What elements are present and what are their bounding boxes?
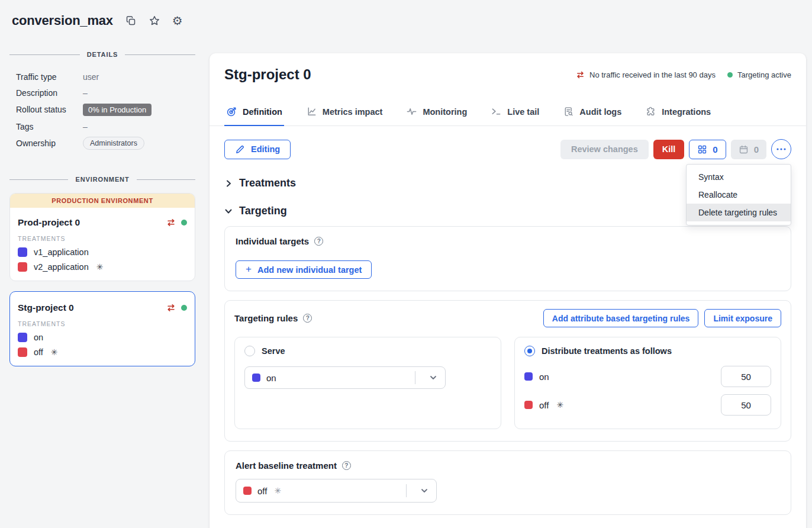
help-icon[interactable]: ? bbox=[342, 461, 351, 470]
options-menu: Syntax Reallocate Delete targeting rules bbox=[686, 164, 791, 226]
individual-targets-title: Individual targets bbox=[236, 236, 309, 246]
environment-name: Stg-project 0 bbox=[18, 302, 166, 313]
treatment-color-chip bbox=[18, 247, 27, 257]
detail-label: Description bbox=[16, 88, 83, 98]
distribute-percentage-input-off[interactable] bbox=[721, 394, 771, 416]
help-icon[interactable]: ? bbox=[303, 314, 312, 323]
serve-radio[interactable] bbox=[244, 346, 255, 356]
kill-button[interactable]: Kill bbox=[653, 140, 685, 159]
calendar-icon bbox=[739, 144, 749, 154]
distribute-row-on: on bbox=[524, 366, 771, 387]
chevron-right-icon bbox=[224, 179, 233, 188]
treatment-color-chip bbox=[524, 401, 533, 409]
details-rows: Traffic type user Description – Rollout … bbox=[9, 69, 195, 152]
grid-icon bbox=[697, 144, 707, 154]
targeting-rules-title: Targeting rules bbox=[234, 313, 298, 323]
schedule-count-button[interactable]: 0 bbox=[731, 140, 766, 159]
line-chart-icon bbox=[306, 106, 317, 117]
detail-label: Tags bbox=[16, 122, 83, 131]
app-header: conversion_max ⚙ bbox=[12, 13, 183, 28]
section-targeting[interactable]: Targeting bbox=[224, 205, 287, 217]
distribute-row-off: off ✳ bbox=[524, 394, 771, 416]
tab-audit-logs[interactable]: Audit logs bbox=[561, 101, 623, 126]
treatments-label: TREATMENTS bbox=[18, 235, 187, 242]
main-panel: Stg-project 0 No traffic received in the… bbox=[210, 53, 806, 528]
targeting-status: Targeting active bbox=[727, 70, 791, 79]
plus-icon: + bbox=[246, 263, 252, 275]
more-options-button[interactable] bbox=[771, 139, 791, 159]
tab-live-tail[interactable]: Live tail bbox=[489, 101, 541, 126]
treatment-color-chip bbox=[18, 333, 27, 342]
environment-active-dot bbox=[181, 220, 187, 226]
menu-item-syntax[interactable]: Syntax bbox=[687, 168, 791, 186]
help-icon[interactable]: ? bbox=[314, 237, 323, 246]
tab-integrations[interactable]: Integrations bbox=[643, 101, 713, 126]
environment-heading: ENVIRONMENT bbox=[9, 176, 195, 183]
detail-value: – bbox=[83, 122, 88, 131]
ownership-pill[interactable]: Administrators bbox=[83, 137, 144, 150]
swap-arrows-icon bbox=[166, 218, 176, 227]
treatment-color-chip bbox=[524, 372, 533, 381]
serve-treatment-select[interactable]: on bbox=[244, 366, 446, 389]
tab-definition[interactable]: Definition bbox=[224, 101, 284, 126]
treatment-color-chip bbox=[243, 487, 252, 495]
gear-icon[interactable]: ⚙ bbox=[172, 15, 183, 27]
treatments-label: TREATMENTS bbox=[18, 320, 187, 327]
detail-row-description: Description – bbox=[16, 85, 195, 101]
section-treatments[interactable]: Treatments bbox=[224, 177, 296, 189]
environment-name: Prod-project 0 bbox=[18, 217, 166, 228]
copy-icon[interactable] bbox=[125, 15, 137, 27]
treatment-name: on bbox=[34, 333, 43, 342]
distribute-radio[interactable] bbox=[524, 346, 535, 356]
chevron-down-icon bbox=[421, 373, 445, 382]
treatment-name: v2_application bbox=[34, 262, 89, 272]
targeting-rules-card: Targeting rules ? Add attribute based ta… bbox=[224, 300, 791, 442]
target-icon bbox=[226, 106, 237, 117]
treatment-color-chip bbox=[18, 262, 27, 272]
detail-value: – bbox=[83, 88, 88, 98]
swap-arrows-icon bbox=[576, 70, 585, 79]
production-environment-banner: PRODUCTION ENVIRONMENT bbox=[10, 194, 195, 208]
star-icon[interactable] bbox=[149, 15, 160, 27]
individual-targets-card: Individual targets ? + Add new individua… bbox=[224, 226, 791, 291]
menu-item-reallocate[interactable]: Reallocate bbox=[687, 186, 791, 204]
ellipsis-icon bbox=[776, 147, 787, 151]
menu-item-delete-targeting-rules[interactable]: Delete targeting rules bbox=[687, 204, 791, 221]
add-individual-target-button[interactable]: + Add new individual target bbox=[236, 260, 372, 279]
treatment-row: off ✳ bbox=[18, 347, 187, 357]
environment-card-stg[interactable]: Stg-project 0 TREATMENTS on off ✳ bbox=[9, 291, 195, 366]
distribute-panel: Distribute treatments as follows on off … bbox=[514, 337, 781, 429]
puzzle-icon bbox=[645, 106, 656, 117]
editing-button[interactable]: Editing bbox=[224, 140, 291, 159]
serve-label: Serve bbox=[262, 346, 285, 356]
review-changes-button[interactable]: Review changes bbox=[560, 140, 649, 159]
treatment-name: off bbox=[539, 400, 549, 410]
alert-baseline-value: off bbox=[257, 486, 267, 496]
flag-title: conversion_max bbox=[12, 13, 113, 28]
treatment-row: v1_application bbox=[18, 247, 187, 257]
distribute-label: Distribute treatments as follows bbox=[542, 346, 672, 356]
limit-exposure-button[interactable]: Limit exposure bbox=[704, 309, 781, 327]
rules-count-button[interactable]: 0 bbox=[689, 140, 726, 159]
environment-active-dot bbox=[181, 305, 187, 311]
treatment-row: on bbox=[18, 333, 187, 342]
detail-row-ownership: Ownership Administrators bbox=[16, 134, 195, 152]
add-attribute-rules-button[interactable]: Add attribute based targeting rules bbox=[543, 309, 699, 327]
treatment-name: v1_application bbox=[34, 247, 89, 257]
sidebar: DETAILS Traffic type user Description – … bbox=[9, 51, 195, 366]
detail-row-rollout-status: Rollout status 0% in Production bbox=[16, 101, 195, 118]
swap-arrows-icon bbox=[166, 303, 176, 313]
terminal-icon bbox=[491, 106, 502, 117]
default-treatment-icon: ✳ bbox=[274, 486, 281, 495]
tab-monitoring[interactable]: Monitoring bbox=[404, 101, 469, 126]
tab-metrics-impact[interactable]: Metrics impact bbox=[304, 101, 385, 126]
targeting-active-dot bbox=[727, 72, 733, 78]
alert-baseline-select[interactable]: off ✳ bbox=[236, 479, 437, 503]
distribute-percentage-input-on[interactable] bbox=[721, 366, 771, 387]
environment-card-prod[interactable]: PRODUCTION ENVIRONMENT Prod-project 0 TR… bbox=[9, 193, 195, 281]
targeting-status-text: Targeting active bbox=[737, 70, 791, 79]
alert-baseline-card: Alert baseline treatment ? off ✳ bbox=[224, 450, 791, 515]
alert-baseline-title: Alert baseline treatment bbox=[236, 461, 337, 471]
details-heading: DETAILS bbox=[9, 51, 195, 58]
detail-label: Rollout status bbox=[16, 105, 83, 114]
